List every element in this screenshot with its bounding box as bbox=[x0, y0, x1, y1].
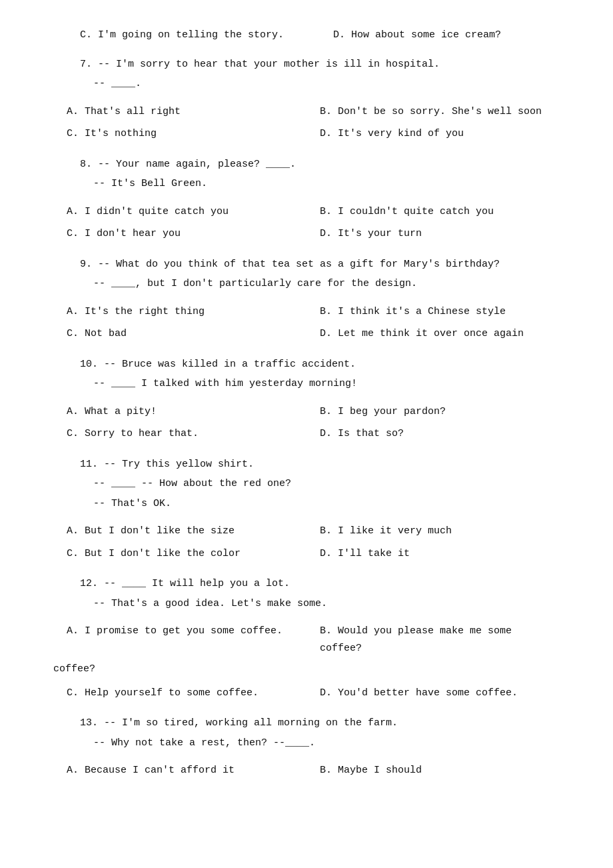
questions-container: 7. -- I'm sorry to hear that your mother… bbox=[53, 56, 560, 781]
question-line-q11-0: 11. -- Try this yellow shirt. bbox=[53, 456, 560, 473]
option-b-q12: B. Would you please make me some coffee? bbox=[306, 623, 560, 657]
question-block-q9: 9. -- What do you think of that tea set … bbox=[53, 256, 560, 344]
option-b-q13: B. Maybe I should bbox=[306, 762, 560, 779]
question-line-q11-2: -- That's OK. bbox=[53, 495, 560, 513]
question-block-q13: 13. -- I'm so tired, working all morning… bbox=[53, 715, 560, 781]
option-a-q8: A. I didn't quite catch you bbox=[53, 203, 306, 221]
options-row-2-q8: C. I don't hear youD. It's your turn bbox=[53, 225, 560, 244]
option-b-q8: B. I couldn't quite catch you bbox=[306, 203, 560, 221]
option-b-continuation-q12: coffee? bbox=[53, 661, 560, 678]
option-a-q12: A. I promise to get you some coffee. bbox=[53, 623, 306, 657]
question-line-q7-0: 7. -- I'm sorry to hear that your mother… bbox=[53, 56, 560, 73]
option-d-q7: D. It's very kind of you bbox=[306, 125, 560, 143]
options-row-0-q9: A. It's the right thingB. I think it's a… bbox=[53, 303, 560, 322]
option-d-q12: D. You'd better have some coffee. bbox=[306, 685, 560, 702]
option-d-q11: D. I'll take it bbox=[306, 545, 560, 563]
options-row-cd-q12: C. Help yourself to some coffee.D. You'd… bbox=[53, 685, 560, 703]
question-block-q10: 10. -- Bruce was killed in a traffic acc… bbox=[53, 356, 560, 444]
options-row-q13: A. Because I can't afford itB. Maybe I s… bbox=[53, 762, 560, 781]
question-line-q11-1: -- ____ -- How about the red one? bbox=[53, 475, 560, 493]
question-line-q8-1: -- It's Bell Green. bbox=[53, 175, 560, 193]
option-b-q9: B. I think it's a Chinese style bbox=[306, 303, 560, 321]
question-block-q12: 12. -- ____ It will help you a lot.-- Th… bbox=[53, 575, 560, 703]
option-c-q12: C. Help yourself to some coffee. bbox=[53, 685, 306, 702]
question-block-q7: 7. -- I'm sorry to hear that your mother… bbox=[53, 56, 560, 144]
question-line-q12-0: 12. -- ____ It will help you a lot. bbox=[53, 575, 560, 593]
option-a-q9: A. It's the right thing bbox=[53, 303, 306, 321]
top-options-row: C. I'm going on telling the story. D. Ho… bbox=[53, 27, 560, 44]
option-d-q10: D. Is that so? bbox=[306, 425, 560, 443]
options-row-0-q8: A. I didn't quite catch youB. I couldn't… bbox=[53, 203, 560, 222]
option-b-q11: B. I like it very much bbox=[306, 523, 560, 540]
question-line-q10-0: 10. -- Bruce was killed in a traffic acc… bbox=[53, 356, 560, 373]
option-c-q7: C. It's nothing bbox=[53, 125, 306, 143]
options-row-2-q7: C. It's nothingD. It's very kind of you bbox=[53, 125, 560, 144]
question-block-q8: 8. -- Your name again, please? ____.-- I… bbox=[53, 156, 560, 244]
question-line-q13-0: 13. -- I'm so tired, working all morning… bbox=[53, 715, 560, 732]
question-line-q7-1: -- ____. bbox=[53, 75, 560, 93]
option-d-q9: D. Let me think it over once again bbox=[306, 325, 560, 343]
option-b-q10: B. I beg your pardon? bbox=[306, 403, 560, 421]
option-d-q8: D. It's your turn bbox=[306, 225, 560, 243]
question-line-q12-1: -- That's a good idea. Let's make some. bbox=[53, 595, 560, 613]
question-line-q10-1: -- ____ I talked with him yesterday morn… bbox=[53, 375, 560, 393]
option-b-q7: B. Don't be so sorry. She's well soon bbox=[306, 103, 560, 121]
option-c-q10: C. Sorry to hear that. bbox=[53, 425, 306, 443]
option-c-q8: C. I don't hear you bbox=[53, 225, 306, 243]
options-row-0-q11: A. But I don't like the sizeB. I like it… bbox=[53, 523, 560, 541]
option-a-q7: A. That's all right bbox=[53, 103, 306, 121]
options-row-0-q7: A. That's all rightB. Don't be so sorry.… bbox=[53, 103, 560, 122]
question-line-q9-0: 9. -- What do you think of that tea set … bbox=[53, 256, 560, 273]
question-line-q13-1: -- Why not take a rest, then? --____. bbox=[53, 735, 560, 752]
options-row-2-q10: C. Sorry to hear that.D. Is that so? bbox=[53, 425, 560, 444]
options-row-ab-q12: A. I promise to get you some coffee.B. W… bbox=[53, 623, 560, 658]
question-block-q11: 11. -- Try this yellow shirt.-- ____ -- … bbox=[53, 456, 560, 564]
options-row-2-q9: C. Not badD. Let me think it over once a… bbox=[53, 325, 560, 344]
option-a-q11: A. But I don't like the size bbox=[53, 523, 306, 540]
option-a-q10: A. What a pity! bbox=[53, 403, 306, 421]
option-a-q13: A. Because I can't afford it bbox=[53, 762, 306, 779]
option-c-top: C. I'm going on telling the story. bbox=[53, 27, 306, 44]
option-d-top: D. How about some ice cream? bbox=[306, 27, 560, 44]
question-line-q8-0: 8. -- Your name again, please? ____. bbox=[53, 156, 560, 173]
question-line-q9-1: -- ____, but I don't particularly care f… bbox=[53, 275, 560, 293]
options-row-0-q10: A. What a pity!B. I beg your pardon? bbox=[53, 403, 560, 422]
options-row-2-q11: C. But I don't like the colorD. I'll tak… bbox=[53, 545, 560, 564]
option-c-q9: C. Not bad bbox=[53, 325, 306, 343]
option-c-q11: C. But I don't like the color bbox=[53, 545, 306, 563]
